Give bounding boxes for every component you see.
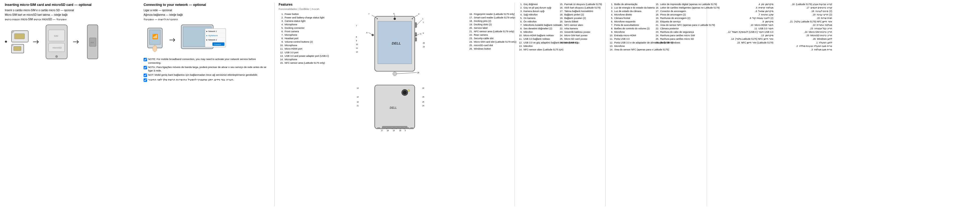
- en-feature-item: 14. Microphone: [278, 58, 321, 61]
- tr-feature-item: 4. Sağ mikrofon: [517, 13, 558, 16]
- hand-touch-icon: 📶: [143, 27, 165, 53]
- en-feature-item: 19. Docking slots (2): [468, 23, 511, 26]
- note-line-4: הערה: בנד ניידים, ייתכן שתצטרך להפעיל את…: [143, 78, 269, 82]
- svg-text:Connect: Connect: [214, 43, 221, 45]
- heb-feature-item: לחצן הפעלה 1.: [773, 41, 832, 44]
- en-feature-item: 26. Windows button: [468, 47, 511, 51]
- tr-feature-item: 22. Arka kamera: [558, 27, 599, 30]
- svg-rect-5: [14, 46, 21, 51]
- tr-feature-item: 11. USB 3.0 bağlantı noktası: [517, 37, 558, 41]
- pt-feature-item: 20. Etiqueta de serviço: [654, 20, 700, 24]
- note-text-4: הערה: בנד ניידים, ייתכן שתצטרך להפעיל את…: [148, 78, 234, 81]
- en-feature-item: 20. Service label: [468, 26, 511, 30]
- pt-feature-item: 17. Conector de ancoragem: [654, 10, 700, 13]
- svg-text:15: 15: [422, 96, 424, 98]
- svg-point-35: [377, 18, 378, 19]
- en-feature-item: 15. NFC-sensor area (Latitude 5175 only): [278, 61, 321, 65]
- pt-feature-item: 8. Botões de controlo do volume (2): [608, 27, 654, 30]
- tablet-wifi-icon: ► Network 1 ► MyNetwork ► Network 2 Conn…: [181, 25, 226, 55]
- heb-feature-item: מצלמה אחורית 22.: [773, 24, 832, 27]
- pt-feature-item: 7. Porta de auscultadores: [608, 24, 654, 27]
- pt-feature-item: 25. Ranhura para cartões micro SD: [654, 37, 700, 41]
- heb-feature-item: (Latitude 5179) אזור חיישן NFC 15.: [714, 41, 773, 44]
- tr-feature-item: 17. Takma bağlantı konnektörü: [558, 10, 599, 13]
- tablet-side-icon: slot: [84, 25, 99, 59]
- pt-feature-item: 4. Microfone direito: [608, 13, 654, 16]
- svg-text:► MyNetwork: ► MyNetwork: [206, 35, 218, 37]
- sim-tray-icon: SIM microSD: [45, 25, 68, 59]
- en-feature-item: 1. Power button: [278, 13, 321, 16]
- tablet-diagram-svg: DELL: [352, 13, 438, 133]
- en-feature-item: 25. microSD-card slot: [468, 44, 511, 47]
- portuguese-section: 1. Botão de alimentação2. Luz de energia…: [605, 3, 707, 206]
- network-subtitle-tr: Ağınıza bağlanma — isteğe bağlı: [143, 13, 269, 17]
- en-feature-item: 6. Front camera: [278, 30, 321, 33]
- svg-text:18: 18: [387, 130, 389, 131]
- tr-feature-item: 7. Mikrofonlu kulaklık bağlantı noktası: [517, 24, 558, 27]
- svg-line-50: [396, 73, 417, 74]
- features-subtitle: Funcionalidades | Özellikler | תכונות: [278, 8, 511, 10]
- network-image-area: 📶 ► Network 1 ► MyNetwork ► Network 2: [143, 25, 269, 55]
- svg-text:4: 4: [418, 13, 419, 15]
- note-checkbox-2[interactable]: [143, 66, 147, 69]
- sim-line-1: Inserir o cartão micro-SIM e o cartão mi…: [5, 8, 138, 12]
- heb-feature-item: נורית מצב הפעלה וטעינת סוללה 2.: [773, 44, 832, 48]
- svg-rect-72: [377, 127, 380, 129]
- pt-feature-item: 23. Ranhura do cabo de segurança: [654, 30, 700, 34]
- svg-rect-74: [387, 127, 391, 129]
- heb-feature-item: מיקרופון ימין 4.: [714, 3, 773, 6]
- page-wrapper: Inserting micro-SIM card and microSD car…: [0, 0, 980, 209]
- pt-feature-item: 22. Câmara posterior: [654, 27, 700, 30]
- note-checkbox-3[interactable]: [143, 74, 147, 77]
- note-checkbox-4[interactable]: [143, 78, 147, 82]
- svg-text:8: 8: [356, 36, 357, 38]
- pt-feature-item: 16. Leitor de cartões inteligentes (apen…: [654, 6, 700, 10]
- svg-text:17: 17: [381, 130, 383, 131]
- tr-feature-item: 10. Micro-HDMI bağlantı noktası: [517, 34, 558, 37]
- svg-rect-79: [410, 127, 413, 129]
- en-feature-item: 7. Microphone: [278, 33, 321, 37]
- sim-cards-column: [11, 30, 29, 53]
- svg-text:DELL: DELL: [390, 106, 397, 109]
- en-feature-item: 23. Security-cable slot: [468, 37, 511, 40]
- svg-point-11: [56, 55, 58, 58]
- arrow-right-2-icon: [73, 38, 81, 46]
- features-title: Features: [278, 3, 511, 6]
- en-feature-item: 4. Microphone: [278, 23, 321, 26]
- sim-line-2: Micro-SIM kart ve microSD kart takma — i…: [5, 13, 138, 17]
- svg-text:9: 9: [356, 40, 357, 41]
- tr-feature-item: 1. Güç düğmesi: [517, 3, 558, 6]
- sim-images-row: *: [5, 25, 138, 59]
- svg-text:25: 25: [422, 101, 424, 103]
- heb-feature-item: חריץ כרטיס Micro-SIM 24.: [773, 30, 832, 34]
- svg-text:11: 11: [356, 47, 358, 49]
- pt-feature-item: 26. Botão do Windows: [654, 41, 700, 44]
- heb-feature-item: (2) פינים לעגינה 18.: [773, 10, 832, 13]
- svg-text:6: 6: [393, 13, 395, 15]
- note-line-3: NOT: Mobil geniş bant bağlantısı için ba…: [143, 73, 269, 77]
- svg-text:24: 24: [423, 46, 425, 48]
- tr-feature-item: 9. Mikrofon: [517, 30, 558, 34]
- svg-text:7: 7: [368, 13, 369, 15]
- network-section: Connecting to your network — optional Li…: [143, 3, 274, 206]
- en-feature-item: 17. Smart-card reader (Latitude 5179 onl…: [468, 16, 511, 19]
- heb-feature-item: חיבור Micro-HDMI 10.: [714, 24, 773, 27]
- tr-feature-item: 12. USB 3.0 ve güç adaptörü bağlantı nok…: [517, 41, 558, 44]
- svg-rect-76: [396, 127, 399, 129]
- tr-feature-item: 15. Parmak izi okuyucu (Latitude 5179): [558, 3, 599, 6]
- tr-feature-item: 16. Akıllı kart okuyucu (Latitude 5179): [558, 6, 599, 10]
- note-line-2: NOTA: Para ligações móveis de banda larg…: [143, 65, 269, 73]
- svg-text:► Network 1: ► Network 1: [206, 30, 217, 32]
- svg-text:5: 5: [405, 130, 406, 131]
- note-checkbox-1[interactable]: [143, 58, 147, 61]
- en-feature-item: 2. Power and battery-charge status light: [278, 16, 321, 19]
- heb-feature-item: קורא טביעות אצבע (Latitude 5179) 16.: [773, 3, 832, 6]
- pt-feature-item: 3. Luz de estado da câmara: [608, 10, 654, 13]
- pt-feature-item: 21. Área do sensor NFC (apenas para o La…: [654, 24, 700, 27]
- pt-feature-item: 15. Leitor de impressão digital (apenas …: [654, 3, 700, 6]
- pt-feature-item: 14. Área do sensor NFC (apenas para o La…: [608, 48, 654, 51]
- tr-feature-item: 21. NFC-sensor alanı: [558, 24, 599, 27]
- svg-text:slot: slot: [91, 41, 94, 44]
- pt-feature-item: 6. Microfone esquerdo: [608, 20, 654, 24]
- tr-feature-item: 5. On kamera: [517, 16, 558, 20]
